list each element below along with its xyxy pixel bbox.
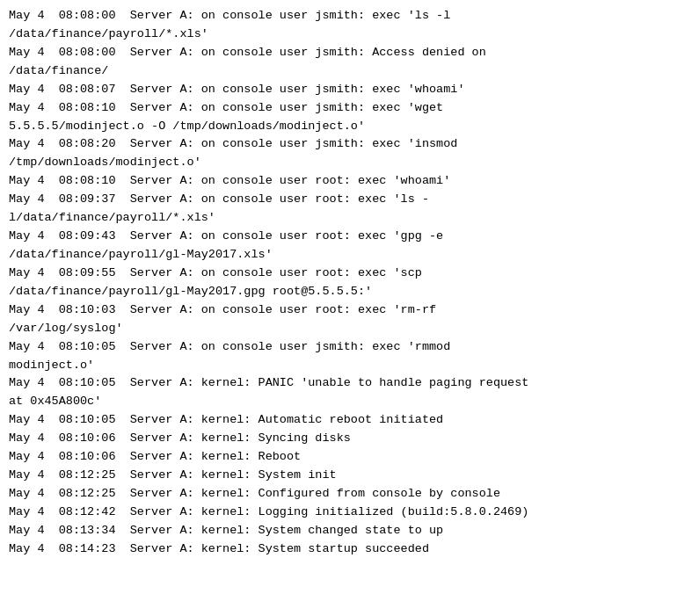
- log-line: May 4 08:10:03 Server A: on console user…: [9, 301, 690, 338]
- log-line: May 4 08:08:00 Server A: on console user…: [9, 7, 690, 44]
- log-line: May 4 08:08:10 Server A: on console user…: [9, 172, 690, 191]
- log-line: May 4 08:10:05 Server A: on console user…: [9, 338, 690, 375]
- log-container: May 4 08:08:00 Server A: on console user…: [9, 7, 690, 559]
- log-line: May 4 08:08:07 Server A: on console user…: [9, 81, 690, 99]
- log-line: May 4 08:09:43 Server A: on console user…: [9, 228, 690, 265]
- log-line: May 4 08:09:55 Server A: on console user…: [9, 265, 690, 301]
- log-line: May 4 08:12:25 Server A: kernel: Configu…: [9, 485, 690, 504]
- log-line: May 4 08:08:10 Server A: on console user…: [9, 99, 690, 136]
- log-line: May 4 08:12:42 Server A: kernel: Logging…: [9, 504, 690, 522]
- log-line: May 4 08:14:23 Server A: kernel: System …: [9, 540, 690, 559]
- log-line: May 4 08:10:06 Server A: kernel: Reboot: [9, 448, 690, 467]
- log-line: May 4 08:13:34 Server A: kernel: System …: [9, 522, 690, 540]
- log-line: May 4 08:10:06 Server A: kernel: Syncing…: [9, 430, 690, 448]
- log-line: May 4 08:08:20 Server A: on console user…: [9, 135, 690, 172]
- log-line: May 4 08:12:25 Server A: kernel: System …: [9, 467, 690, 485]
- log-line: May 4 08:10:05 Server A: kernel: Automat…: [9, 411, 690, 430]
- log-line: May 4 08:09:37 Server A: on console user…: [9, 191, 690, 228]
- log-line: May 4 08:10:05 Server A: kernel: PANIC '…: [9, 374, 690, 411]
- log-line: May 4 08:08:00 Server A: on console user…: [9, 44, 690, 81]
